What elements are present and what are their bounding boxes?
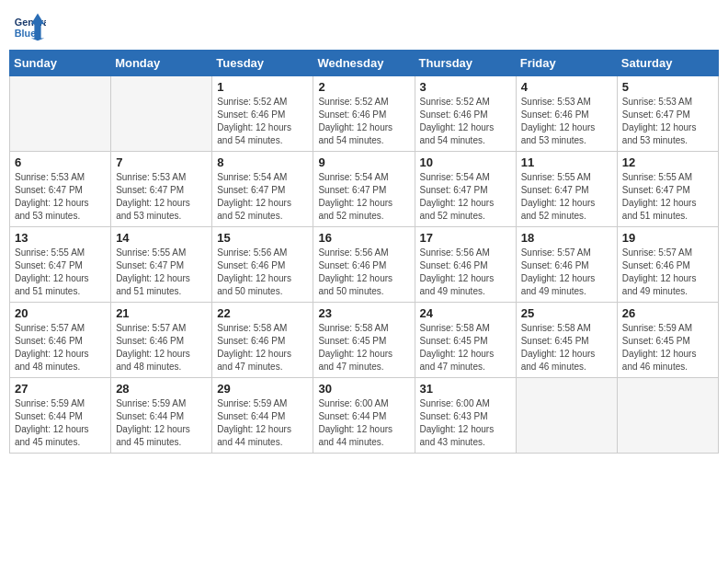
calendar-day-cell: 16Sunrise: 5:56 AMSunset: 6:46 PMDayligh… [313, 227, 415, 303]
day-info: Sunrise: 6:00 AMSunset: 6:44 PMDaylight:… [318, 397, 409, 449]
day-info: Sunrise: 5:55 AMSunset: 6:47 PMDaylight:… [15, 247, 106, 298]
svg-text:Blue: Blue [15, 28, 36, 39]
day-info: Sunrise: 5:53 AMSunset: 6:47 PMDaylight:… [622, 96, 713, 147]
calendar-day-cell: 25Sunrise: 5:58 AMSunset: 6:45 PMDayligh… [516, 303, 617, 378]
calendar-day-cell: 7Sunrise: 5:53 AMSunset: 6:47 PMDaylight… [111, 152, 212, 227]
calendar-day-cell: 26Sunrise: 5:59 AMSunset: 6:45 PMDayligh… [617, 303, 718, 378]
day-number: 8 [217, 155, 308, 169]
day-number: 25 [521, 306, 612, 320]
day-info: Sunrise: 5:52 AMSunset: 6:46 PMDaylight:… [217, 96, 308, 147]
day-of-week-header: Monday [111, 51, 212, 76]
day-info: Sunrise: 5:54 AMSunset: 6:47 PMDaylight:… [420, 171, 511, 223]
day-number: 2 [318, 80, 409, 94]
logo-icon: General Blue [13, 9, 46, 42]
day-info: Sunrise: 5:53 AMSunset: 6:47 PMDaylight:… [116, 171, 207, 223]
day-info: Sunrise: 5:58 AMSunset: 6:45 PMDaylight:… [318, 322, 409, 373]
calendar-day-cell: 2Sunrise: 5:52 AMSunset: 6:46 PMDaylight… [313, 76, 415, 152]
day-number: 23 [318, 306, 409, 320]
day-number: 3 [420, 80, 511, 94]
day-of-week-header: Thursday [415, 51, 516, 76]
calendar-day-cell [10, 76, 111, 152]
calendar-day-cell: 24Sunrise: 5:58 AMSunset: 6:45 PMDayligh… [415, 303, 516, 378]
calendar-day-cell: 5Sunrise: 5:53 AMSunset: 6:47 PMDaylight… [617, 76, 718, 152]
calendar-week-row: 6Sunrise: 5:53 AMSunset: 6:47 PMDaylight… [10, 152, 719, 227]
calendar-day-cell: 30Sunrise: 6:00 AMSunset: 6:44 PMDayligh… [313, 378, 415, 454]
logo: General Blue [13, 9, 50, 42]
day-info: Sunrise: 6:00 AMSunset: 6:43 PMDaylight:… [420, 397, 511, 449]
calendar-day-cell: 10Sunrise: 5:54 AMSunset: 6:47 PMDayligh… [415, 152, 516, 227]
day-info: Sunrise: 5:59 AMSunset: 6:44 PMDaylight:… [116, 397, 207, 449]
calendar-day-cell: 6Sunrise: 5:53 AMSunset: 6:47 PMDaylight… [10, 152, 111, 227]
day-info: Sunrise: 5:54 AMSunset: 6:47 PMDaylight:… [318, 171, 409, 223]
day-info: Sunrise: 5:57 AMSunset: 6:46 PMDaylight:… [15, 322, 106, 373]
calendar-day-cell: 23Sunrise: 5:58 AMSunset: 6:45 PMDayligh… [313, 303, 415, 378]
day-number: 20 [15, 306, 106, 320]
day-number: 28 [116, 382, 207, 396]
day-info: Sunrise: 5:57 AMSunset: 6:46 PMDaylight:… [521, 247, 612, 298]
calendar-day-cell: 27Sunrise: 5:59 AMSunset: 6:44 PMDayligh… [10, 378, 111, 454]
day-number: 22 [217, 306, 308, 320]
day-number: 29 [217, 382, 308, 396]
day-of-week-header: Wednesday [313, 51, 415, 76]
day-info: Sunrise: 5:52 AMSunset: 6:46 PMDaylight:… [420, 96, 511, 147]
day-number: 24 [420, 306, 511, 320]
day-info: Sunrise: 5:55 AMSunset: 6:47 PMDaylight:… [521, 171, 612, 223]
day-number: 26 [622, 306, 713, 320]
calendar-week-row: 20Sunrise: 5:57 AMSunset: 6:46 PMDayligh… [10, 303, 719, 378]
day-info: Sunrise: 5:56 AMSunset: 6:46 PMDaylight:… [217, 247, 308, 298]
day-info: Sunrise: 5:59 AMSunset: 6:44 PMDaylight:… [217, 397, 308, 449]
day-number: 12 [622, 155, 713, 169]
day-info: Sunrise: 5:53 AMSunset: 6:46 PMDaylight:… [521, 96, 612, 147]
day-of-week-header: Saturday [617, 51, 718, 76]
day-number: 5 [622, 80, 713, 94]
calendar-day-cell: 19Sunrise: 5:57 AMSunset: 6:46 PMDayligh… [617, 227, 718, 303]
day-number: 10 [420, 155, 511, 169]
day-number: 15 [217, 231, 308, 245]
calendar-day-cell: 9Sunrise: 5:54 AMSunset: 6:47 PMDaylight… [313, 152, 415, 227]
calendar-day-cell: 11Sunrise: 5:55 AMSunset: 6:47 PMDayligh… [516, 152, 617, 227]
day-info: Sunrise: 5:57 AMSunset: 6:46 PMDaylight:… [622, 247, 713, 298]
day-info: Sunrise: 5:58 AMSunset: 6:45 PMDaylight:… [420, 322, 511, 373]
calendar-day-cell: 1Sunrise: 5:52 AMSunset: 6:46 PMDaylight… [212, 76, 313, 152]
day-number: 18 [521, 231, 612, 245]
day-number: 30 [318, 382, 409, 396]
calendar-day-cell: 29Sunrise: 5:59 AMSunset: 6:44 PMDayligh… [212, 378, 313, 454]
calendar-day-cell: 4Sunrise: 5:53 AMSunset: 6:46 PMDaylight… [516, 76, 617, 152]
day-number: 7 [116, 155, 207, 169]
calendar-day-cell: 22Sunrise: 5:58 AMSunset: 6:46 PMDayligh… [212, 303, 313, 378]
day-number: 11 [521, 155, 612, 169]
calendar-day-cell: 18Sunrise: 5:57 AMSunset: 6:46 PMDayligh… [516, 227, 617, 303]
day-number: 21 [116, 306, 207, 320]
day-info: Sunrise: 5:57 AMSunset: 6:46 PMDaylight:… [116, 322, 207, 373]
calendar-day-cell: 20Sunrise: 5:57 AMSunset: 6:46 PMDayligh… [10, 303, 111, 378]
day-info: Sunrise: 5:56 AMSunset: 6:46 PMDaylight:… [420, 247, 511, 298]
day-info: Sunrise: 5:59 AMSunset: 6:44 PMDaylight:… [15, 397, 106, 449]
calendar-day-cell: 8Sunrise: 5:54 AMSunset: 6:47 PMDaylight… [212, 152, 313, 227]
day-number: 1 [217, 80, 308, 94]
day-number: 6 [15, 155, 106, 169]
calendar-day-cell: 31Sunrise: 6:00 AMSunset: 6:43 PMDayligh… [415, 378, 516, 454]
calendar-header-row: SundayMondayTuesdayWednesdayThursdayFrid… [10, 51, 719, 76]
day-of-week-header: Tuesday [212, 51, 313, 76]
calendar-week-row: 1Sunrise: 5:52 AMSunset: 6:46 PMDaylight… [10, 76, 719, 152]
calendar-day-cell: 3Sunrise: 5:52 AMSunset: 6:46 PMDaylight… [415, 76, 516, 152]
day-info: Sunrise: 5:53 AMSunset: 6:47 PMDaylight:… [15, 171, 106, 223]
day-of-week-header: Friday [516, 51, 617, 76]
day-info: Sunrise: 5:59 AMSunset: 6:45 PMDaylight:… [622, 322, 713, 373]
calendar-day-cell: 12Sunrise: 5:55 AMSunset: 6:47 PMDayligh… [617, 152, 718, 227]
calendar-day-cell [111, 76, 212, 152]
calendar-day-cell [516, 378, 617, 454]
day-number: 27 [15, 382, 106, 396]
calendar-day-cell: 28Sunrise: 5:59 AMSunset: 6:44 PMDayligh… [111, 378, 212, 454]
calendar-week-row: 27Sunrise: 5:59 AMSunset: 6:44 PMDayligh… [10, 378, 719, 454]
day-info: Sunrise: 5:55 AMSunset: 6:47 PMDaylight:… [116, 247, 207, 298]
calendar-day-cell: 14Sunrise: 5:55 AMSunset: 6:47 PMDayligh… [111, 227, 212, 303]
day-number: 13 [15, 231, 106, 245]
day-number: 9 [318, 155, 409, 169]
day-number: 19 [622, 231, 713, 245]
calendar-day-cell: 17Sunrise: 5:56 AMSunset: 6:46 PMDayligh… [415, 227, 516, 303]
calendar-day-cell: 21Sunrise: 5:57 AMSunset: 6:46 PMDayligh… [111, 303, 212, 378]
calendar-week-row: 13Sunrise: 5:55 AMSunset: 6:47 PMDayligh… [10, 227, 719, 303]
calendar-day-cell [617, 378, 718, 454]
day-info: Sunrise: 5:55 AMSunset: 6:47 PMDaylight:… [622, 171, 713, 223]
